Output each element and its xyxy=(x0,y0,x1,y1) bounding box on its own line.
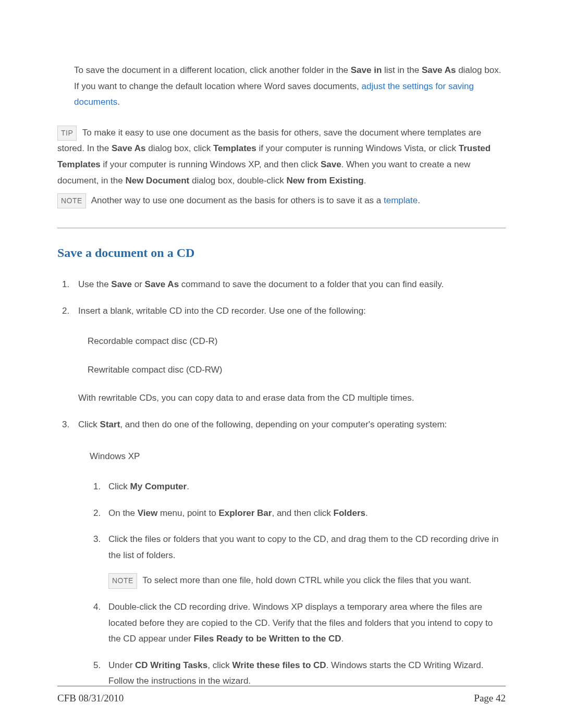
main-steps-list: Use the Save or Save As command to save … xyxy=(57,277,506,689)
text: Another way to use one document as the b… xyxy=(89,195,384,205)
text: To save the document in a different loca… xyxy=(74,65,351,75)
text: To select more than one file, hold down … xyxy=(140,575,471,585)
list-item: Click the files or folders that you want… xyxy=(103,532,506,589)
bold-text: View xyxy=(138,508,157,518)
bold-text: New from Existing xyxy=(286,176,363,186)
bold-text: Folders xyxy=(334,508,365,518)
list-item: Double-click the CD recording drive. Win… xyxy=(103,599,506,647)
note-badge: NOTE xyxy=(57,193,86,208)
text: Use the xyxy=(78,279,111,289)
text: or xyxy=(132,279,145,289)
bold-text: Write these files to CD xyxy=(232,660,326,670)
text: list in the xyxy=(382,65,422,75)
cd-types: Recordable compact disc (CD-R) Rewritabl… xyxy=(78,334,506,378)
text: Recordable compact disc (CD-R) xyxy=(88,334,506,350)
text: Click xyxy=(78,419,100,429)
list-item: Use the Save or Save As command to save … xyxy=(72,277,506,293)
text: menu, point to xyxy=(157,508,218,518)
text: . xyxy=(364,176,366,186)
bold-text: CD Writing Tasks xyxy=(135,660,207,670)
footer-right: Page 42 xyxy=(474,689,506,707)
text: Under xyxy=(108,660,135,670)
footer-left: CFB 08/31/2010 xyxy=(57,689,124,707)
os-label: Windows XP xyxy=(78,449,506,465)
list-item: Under CD Writing Tasks, click Write thes… xyxy=(103,658,506,689)
text: . xyxy=(365,508,368,518)
document-page: To save the document in a different loca… xyxy=(0,0,563,728)
bold-text: Save in xyxy=(351,65,382,75)
text: if your computer is running Windows Vist… xyxy=(256,143,459,153)
text: Click xyxy=(108,482,130,491)
bold-text: My Computer xyxy=(130,482,187,491)
bold-text: Start xyxy=(100,419,120,429)
text: , and then do one of the following, depe… xyxy=(120,419,447,429)
text: Rewritable compact disc (CD-RW) xyxy=(88,362,506,378)
intro-paragraph: To save the document in a different loca… xyxy=(57,63,506,110)
bold-text: Save xyxy=(321,159,341,169)
text: . xyxy=(341,634,344,644)
text: . xyxy=(418,195,420,205)
bold-text: Explorer Bar xyxy=(218,508,272,518)
bold-text: Save As xyxy=(422,65,456,75)
bold-text: Save As xyxy=(145,279,179,289)
tip-block: TIP To make it easy to use one document … xyxy=(57,125,506,189)
bold-text: Save xyxy=(111,279,132,289)
bold-text: New Document xyxy=(125,176,189,186)
inner-steps-list: Click My Computer. On the View menu, poi… xyxy=(78,479,506,689)
text: dialog box, click xyxy=(145,143,213,153)
section-divider xyxy=(57,228,506,228)
bold-text: Templates xyxy=(213,143,256,153)
text: With rewritable CDs, you can copy data t… xyxy=(78,390,506,406)
page-footer: CFB 08/31/2010 Page 42 xyxy=(57,686,506,707)
text: Insert a blank, writable CD into the CD … xyxy=(78,306,366,316)
bold-text: Save As xyxy=(112,143,146,153)
bold-text: Files Ready to be Written to the CD xyxy=(194,634,341,644)
text: if your computer is running Windows XP, … xyxy=(101,159,321,169)
note-badge: NOTE xyxy=(108,573,137,588)
text: On the xyxy=(108,508,138,518)
list-item: Insert a blank, writable CD into the CD … xyxy=(72,303,506,406)
text: . xyxy=(187,482,189,491)
text: , click xyxy=(207,660,232,670)
text: dialog box, double-click xyxy=(189,176,286,186)
text: , and then click xyxy=(272,508,333,518)
text: command to save the document to a folder… xyxy=(179,279,444,289)
note-block: NOTE Another way to use one document as … xyxy=(57,193,506,209)
template-link[interactable]: template xyxy=(384,195,418,205)
section-heading: Save a document on a CD xyxy=(57,242,506,264)
text: . xyxy=(117,97,120,107)
inner-note: NOTE To select more than one file, hold … xyxy=(108,573,506,589)
list-item: On the View menu, point to Explorer Bar,… xyxy=(103,505,506,522)
list-item: Click Start, and then do one of the foll… xyxy=(72,417,506,689)
list-item: Click My Computer. xyxy=(103,479,506,495)
tip-badge: TIP xyxy=(57,126,77,141)
text: Click the files or folders that you want… xyxy=(108,534,498,560)
